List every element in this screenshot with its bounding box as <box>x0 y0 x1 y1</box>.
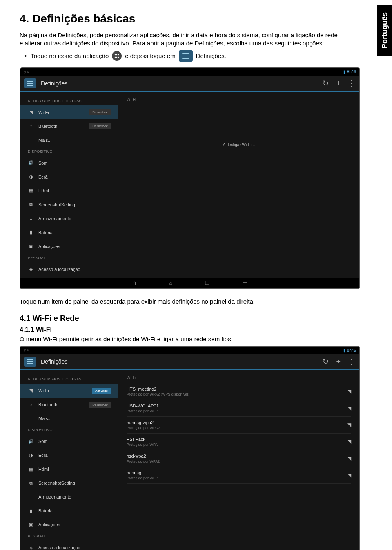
bluetooth-toggle-off[interactable]: Desactivar <box>89 402 111 408</box>
nav-home-icon[interactable]: ⌂ <box>169 280 173 286</box>
network-name: HTS_meeting2 <box>127 387 347 391</box>
refresh-icon[interactable]: ↻ <box>323 357 329 366</box>
sidebar-item-acesso[interactable]: ◈Acesso à localização <box>20 262 118 276</box>
nav-recents-icon[interactable]: ❐ <box>205 280 210 286</box>
wifi-toggle-on[interactable]: Activado <box>92 388 111 394</box>
network-name: HSD-WG_AP01 <box>127 403 347 408</box>
heading-4-1-1: 4.1.1 Wi-Fi <box>20 326 372 333</box>
content-header: Wi-Fi <box>127 97 351 102</box>
sidebar-item-armaz[interactable]: ≡Armazenamento <box>20 212 118 226</box>
row-label: ScreenshotSetting <box>38 202 75 207</box>
settings-appbar-icon[interactable] <box>24 357 36 367</box>
sidebar-item-hdmi[interactable]: ▦Hdmi <box>20 184 118 198</box>
bullet-text-1: Toque no ícone da aplicação <box>24 52 109 59</box>
sidebar-item-acesso[interactable]: ◈Acesso à localização <box>20 541 118 550</box>
settings-appbar-icon[interactable] <box>24 78 36 88</box>
wifi-network-item[interactable]: PSI-PackProtegido por WPA◥ <box>127 434 351 450</box>
wifi-network-item[interactable]: HTS_meeting2Protegido por WPA2 (WPS disp… <box>127 383 351 400</box>
network-name: hsd-wpa2 <box>127 454 347 458</box>
sidebar-item-som[interactable]: 🔊Som <box>20 156 118 170</box>
row-label: Mais... <box>38 416 51 421</box>
sidebar-item-screenshot[interactable]: ⧉ScreenshotSetting <box>20 476 118 490</box>
wifi-signal-icon: ◥ <box>347 405 351 411</box>
app-bar: Definições ↻ + ⋮ <box>20 354 359 370</box>
nav-screenshot-icon[interactable]: ▭ <box>243 280 247 286</box>
sidebar-item-ecra[interactable]: ◑Ecrã <box>20 448 118 462</box>
sidebar-item-apps[interactable]: ▣Aplicações <box>20 518 118 532</box>
caption-after-screenshot-1: Toque num item do painel da esquerda par… <box>20 297 338 306</box>
section-header-redes: REDES SEM FIOS E OUTRAS <box>20 375 118 384</box>
section-header-dispositivo: DISPOSITIVO <box>20 147 118 156</box>
bullet-text-2: e depois toque em <box>125 52 175 59</box>
settings-content: Wi-Fi A desligar Wi-Fi... <box>118 92 359 278</box>
battery-icon: ▮ <box>28 229 34 236</box>
svg-point-5 <box>118 55 119 56</box>
wifi-icon: ◥ <box>28 387 34 394</box>
sidebar-item-mais[interactable]: Mais... <box>20 133 118 147</box>
blank-icon <box>28 137 34 143</box>
row-label: Wi-Fi <box>38 388 49 393</box>
svg-point-7 <box>116 57 118 58</box>
row-label: Aplicações <box>38 522 60 527</box>
overflow-icon[interactable]: ⋮ <box>348 79 355 88</box>
display-icon: ◑ <box>28 452 34 458</box>
storage-icon: ≡ <box>28 494 34 500</box>
sidebar-item-bluetooth[interactable]: ᚼ Bluetooth Desactivar <box>20 119 118 133</box>
network-sub: Protegido por WEP <box>127 476 347 480</box>
status-time: ▮ 8h46 <box>343 69 356 74</box>
sidebar-item-hdmi[interactable]: ▦Hdmi <box>20 462 118 476</box>
row-label: Bluetooth <box>38 124 57 129</box>
bluetooth-icon: ᚼ <box>28 401 34 408</box>
wifi-toggle-off[interactable]: Desactivar <box>89 109 111 115</box>
wifi-network-list: HTS_meeting2Protegido por WPA2 (WPS disp… <box>127 383 351 484</box>
nav-back-icon[interactable]: ↰ <box>132 280 137 286</box>
sidebar-item-mais[interactable]: Mais... <box>20 411 118 425</box>
row-label: Hdmi <box>38 188 49 193</box>
row-label: Som <box>38 439 48 444</box>
section-header-dispositivo: DISPOSITIVO <box>20 425 118 434</box>
sidebar-item-bateria[interactable]: ▮Bateria <box>20 226 118 239</box>
row-label: Ecrã <box>38 453 48 458</box>
wifi-network-item[interactable]: hsd-wpa2Protegido por WPA2◥ <box>127 450 351 467</box>
row-label: Armazenamento <box>38 494 71 499</box>
wifi-network-item[interactable]: hannsgProtegido por WEP◥ <box>127 467 351 484</box>
apps-grid-icon <box>112 51 122 61</box>
sidebar-item-ecra[interactable]: ◑Ecrã <box>20 170 118 184</box>
wifi-signal-icon: ◥ <box>347 456 351 461</box>
network-sub: Protegido por WEP <box>127 409 347 413</box>
svg-point-6 <box>115 57 116 58</box>
heading-4-1: 4.1 Wi-Fi e Rede <box>20 314 372 323</box>
bullet-text-3: Definições. <box>196 52 226 59</box>
heading-main: 4. Definições básicas <box>20 12 372 25</box>
bluetooth-toggle-off[interactable]: Desactivar <box>89 123 111 129</box>
section-header-pessoal: PESSOAL <box>20 532 118 541</box>
settings-sidebar: REDES SEM FIOS E OUTRAS ◥ Wi-Fi Desactiv… <box>20 92 118 278</box>
wifi-network-item[interactable]: HSD-WG_AP01Protegido por WEP◥ <box>127 400 351 417</box>
row-label: Aplicações <box>38 244 60 249</box>
storage-icon: ≡ <box>28 215 34 222</box>
sidebar-item-som[interactable]: 🔊Som <box>20 434 118 448</box>
sound-icon: 🔊 <box>28 160 34 166</box>
sidebar-item-wifi[interactable]: ◥ Wi-Fi Desactivar <box>20 105 118 119</box>
blank-icon <box>28 415 34 422</box>
overflow-icon[interactable]: ⋮ <box>348 357 355 366</box>
wifi-signal-icon: ◥ <box>347 439 351 445</box>
status-left-icon: ⎋ ⇅ <box>24 348 29 352</box>
sidebar-item-apps[interactable]: ▣Aplicações <box>20 239 118 253</box>
row-label: Bateria <box>38 230 53 235</box>
wifi-network-item[interactable]: hannsg-wpa2Protegido por WPA2◥ <box>127 417 351 434</box>
status-bar: ⎋ ⇅ ▮ 8h46 <box>20 347 359 354</box>
refresh-icon[interactable]: ↻ <box>323 79 329 88</box>
bullet-instruction: Toque no ícone da aplicação e depois toq… <box>24 50 372 62</box>
add-icon[interactable]: + <box>336 358 341 366</box>
sidebar-item-wifi[interactable]: ◥ Wi-Fi Activado <box>20 384 118 398</box>
sidebar-item-armaz[interactable]: ≡Armazenamento <box>20 490 118 504</box>
add-icon[interactable]: + <box>336 79 341 87</box>
row-label: Acesso à localização <box>38 545 80 550</box>
appbar-title: Definições <box>41 358 315 365</box>
sidebar-item-bluetooth[interactable]: ᚼ Bluetooth Desactivar <box>20 398 118 411</box>
sidebar-item-bateria[interactable]: ▮Bateria <box>20 504 118 518</box>
sidebar-item-screenshot[interactable]: ⧉ScreenshotSetting <box>20 198 118 212</box>
row-label: Acesso à localização <box>38 267 80 272</box>
screenshot-settings-wifi-off: ⎋ ⇅ ▮ 8h46 Definições ↻ + ⋮ REDES SEM FI… <box>20 67 360 289</box>
